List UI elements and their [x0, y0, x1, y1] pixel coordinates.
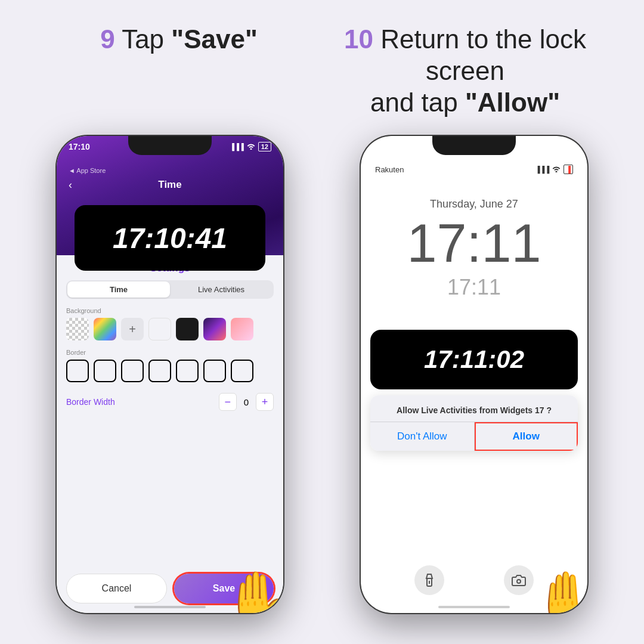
step10-line1: Return to the lock screen: [380, 24, 586, 85]
phone1-screen: 17:10 ▐▐▐ 12 ◄ App Store ‹ Time: [57, 136, 283, 613]
border-width-plus[interactable]: +: [256, 393, 274, 411]
tab-live-activities[interactable]: Live Activities: [170, 281, 273, 298]
phone1-back-label: ◄ App Store: [57, 166, 283, 174]
tab-time[interactable]: Time: [67, 281, 170, 298]
border-width-label: Border Width: [66, 397, 115, 407]
border-swatch-blue[interactable]: [203, 360, 226, 382]
hand-cursor-2: 🤚: [532, 568, 587, 613]
battery-icon: 12: [258, 142, 271, 151]
border-label: Border: [66, 349, 274, 356]
phone1-clock-widget: 17:10:41: [75, 205, 265, 271]
step10-allow-text: "Allow": [465, 88, 560, 117]
background-color-row: +: [66, 318, 274, 340]
border-width-value: 0: [244, 397, 249, 407]
swatch-black[interactable]: [176, 318, 199, 340]
step10-line2-pre: and tap: [370, 88, 465, 117]
border-color-row: [66, 360, 274, 382]
lock-time-large: 17:11: [361, 216, 587, 270]
tab-switcher[interactable]: Time Live Activities: [66, 280, 274, 299]
phone1-nav-title: Time: [158, 179, 181, 191]
phone1-nav: ‹ Time: [57, 174, 283, 191]
phone2-notch: [432, 136, 516, 155]
lock-date: Thursday, June 27: [361, 174, 587, 216]
home-indicator-2: [438, 606, 510, 608]
carrier-label: Rakuten: [375, 165, 404, 174]
step9-tap-text: Tap: [122, 24, 171, 54]
phone2-status-icons: ▐▐▐ ▐: [535, 165, 573, 174]
background-label: Background: [66, 307, 274, 314]
swatch-checker-1[interactable]: [66, 318, 89, 340]
camera-button[interactable]: [504, 565, 534, 595]
swatch-gradient[interactable]: [94, 318, 116, 340]
border-swatch-gradient[interactable]: [94, 360, 116, 382]
alert-buttons: Don't Allow Allow: [370, 422, 578, 451]
phone2-signal-icon: ▐▐▐: [535, 166, 549, 173]
flashlight-button[interactable]: [414, 565, 444, 595]
step9-save-text: "Save": [171, 24, 257, 54]
step9-instruction: 9 Tap "Save": [36, 24, 322, 118]
cancel-button[interactable]: Cancel: [66, 574, 167, 603]
notch: [128, 136, 212, 155]
back-arrow-icon[interactable]: ‹: [69, 179, 72, 191]
phone1-clock-time: 17:10:41: [113, 222, 227, 255]
border-width-row: Border Width − 0 +: [66, 391, 274, 413]
step9-number: 9: [100, 24, 114, 54]
swatch-white[interactable]: [148, 318, 171, 340]
phone2-statusbar: Rakuten ▐▐▐ ▐: [361, 157, 587, 174]
alert-title: Allow Live Activities from Widgets 17 ?: [370, 395, 578, 422]
svg-point-2: [517, 580, 521, 583]
allow-button[interactable]: Allow: [474, 422, 578, 451]
swatch-pink[interactable]: [231, 318, 253, 340]
phone1-time: 17:10: [69, 142, 90, 151]
phone1-status-icons: ▐▐▐ 12: [230, 142, 271, 151]
phone1-settings-panel: Settings Time Live Activities Background…: [57, 255, 283, 420]
live-activity-time: 17:11:02: [424, 345, 524, 374]
alert-dialog: Allow Live Activities from Widgets 17 ? …: [370, 395, 578, 451]
phone2-wifi-icon: [552, 165, 561, 174]
dont-allow-button[interactable]: Don't Allow: [370, 422, 474, 451]
phone1-frame: 17:10 ▐▐▐ 12 ◄ App Store ‹ Time: [57, 136, 283, 613]
border-swatch-red[interactable]: [121, 360, 144, 382]
swatch-spectrum[interactable]: [203, 318, 226, 340]
border-swatch-green[interactable]: [176, 360, 199, 382]
phone2-battery-icon: ▐: [564, 165, 573, 174]
border-width-stepper[interactable]: − 0 +: [219, 393, 274, 411]
step10-number: 10: [344, 24, 373, 54]
border-swatch-purple[interactable]: [231, 360, 253, 382]
wifi-icon: [246, 143, 256, 151]
lock-time-small: 17:11: [361, 275, 587, 300]
signal-icon: ▐▐▐: [230, 143, 243, 150]
border-width-minus[interactable]: −: [219, 393, 237, 411]
swatch-add[interactable]: +: [121, 318, 144, 340]
border-swatch-orange[interactable]: [148, 360, 171, 382]
step10-instruction: 10 Return to the lock screen and tap "Al…: [322, 24, 608, 118]
hand-cursor-1: 🤚: [222, 568, 283, 613]
live-activity-widget: 17:11:02: [370, 330, 578, 389]
border-swatch-none[interactable]: [66, 360, 89, 382]
phone2-frame: Rakuten ▐▐▐ ▐ Thursday, June 27 17:11 17…: [361, 136, 587, 613]
home-indicator-1: [134, 606, 206, 608]
phone2-screen: Rakuten ▐▐▐ ▐ Thursday, June 27 17:11 17…: [361, 136, 587, 613]
